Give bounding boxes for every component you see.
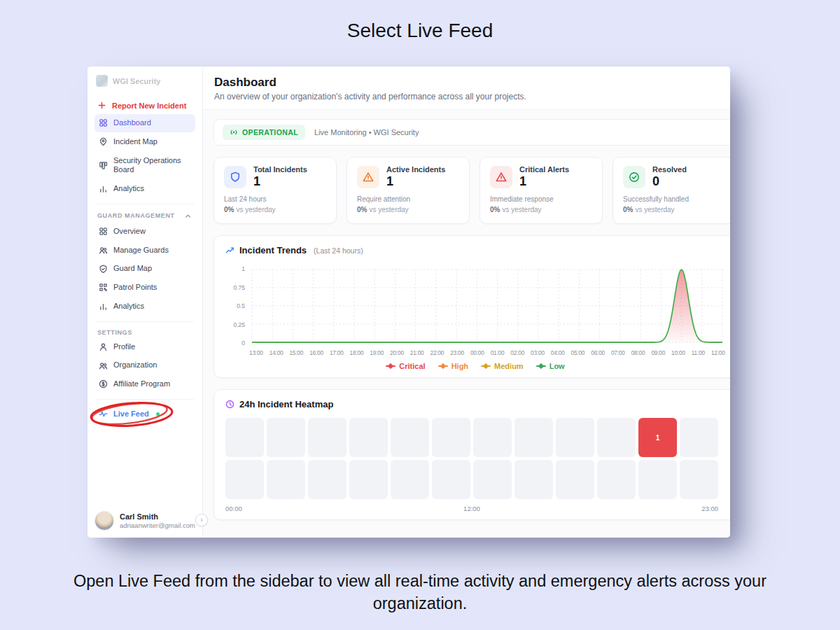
y-axis-tick: 0.25 [233, 321, 245, 328]
sidebar-item-label: Guard Map [113, 264, 152, 274]
divider [96, 321, 194, 322]
clock-icon [225, 400, 234, 409]
y-axis-tick: 0.5 [237, 302, 245, 309]
sidebar-item-security-operations-board[interactable]: Security Operations Board [94, 152, 195, 180]
report-new-incident-button[interactable]: Report New Incident [97, 101, 194, 110]
chevron-up-icon [183, 211, 192, 220]
legend-marker [536, 365, 546, 367]
heatmap-cell[interactable] [432, 418, 470, 457]
y-axis-tick: 0 [241, 340, 245, 346]
heatmap-cell[interactable] [308, 460, 346, 499]
logo-text: WGI Security [113, 77, 160, 85]
sidebar-collapse-button[interactable] [195, 514, 208, 526]
heatmap-cell[interactable] [597, 460, 636, 499]
logo-image [96, 75, 108, 87]
heatmap-cell[interactable] [638, 460, 677, 499]
broadcast-icon [230, 128, 238, 136]
stat-card-desc: Successfully handled [623, 195, 725, 203]
heatmap-cell[interactable] [432, 460, 470, 499]
sidebar-item-guard-map[interactable]: Guard Map [94, 260, 195, 278]
page-subtitle: An overview of your organization's activ… [214, 92, 718, 102]
heatmap-cell[interactable] [349, 460, 388, 499]
heatmap-cell[interactable] [514, 460, 553, 499]
x-axis-tick: 03:00 [531, 349, 545, 356]
divider [96, 204, 194, 204]
heatmap-cell[interactable] [473, 418, 512, 457]
heatmap-cell[interactable] [267, 418, 305, 457]
section-header-guard-management[interactable]: GUARD MANAGEMENT [97, 211, 192, 220]
panel-title-row: 24h Incident Heatmap [225, 399, 730, 410]
sidebar-item-patrol-points[interactable]: Patrol Points [94, 279, 195, 297]
sidebar-item-profile[interactable]: Profile [94, 338, 195, 356]
sidebar-item-label: Overview [113, 227, 146, 237]
sidebar-item-label: Profile [113, 342, 135, 352]
trend-chart-area: 10.750.50.250 [225, 262, 730, 348]
user-email: adriaanwriter@gmail.com [120, 522, 195, 529]
sidebar-item-analytics[interactable]: Analytics [94, 298, 195, 316]
heatmap-axis-label: 00:00 [225, 505, 242, 512]
user-profile[interactable]: Carl Smith adriaanwriter@gmail.com [94, 511, 195, 531]
heatmap-cell[interactable] [267, 460, 305, 499]
user-name: Carl Smith [120, 512, 195, 521]
heatmap-axis: 00:0012:0023:00 [225, 505, 718, 512]
avatar [94, 511, 114, 531]
heatmap-cell[interactable] [473, 460, 512, 499]
y-axis-tick: 1 [241, 265, 245, 272]
kanban-icon [99, 161, 108, 170]
section-label: SETTINGS [97, 329, 132, 336]
grid-icon [99, 227, 108, 236]
sidebar-item-overview[interactable]: Overview [94, 223, 195, 241]
heatmap-cell[interactable] [556, 460, 594, 499]
heatmap-cell[interactable]: 1 [638, 418, 677, 457]
trend-up-icon [225, 246, 234, 255]
x-axis-tick: 08:00 [631, 349, 645, 356]
heatmap-cell[interactable] [514, 418, 553, 457]
heatmap-cell[interactable] [556, 418, 594, 457]
heatmap-cell[interactable] [391, 460, 429, 499]
shield-box [224, 166, 246, 188]
activity-icon [99, 410, 108, 419]
x-axis-tick: 21:00 [410, 349, 424, 356]
stat-card-value: 1 [519, 174, 569, 189]
sidebar-item-label: Incident Map [113, 137, 158, 147]
sidebar-item-dashboard[interactable]: Dashboard [94, 114, 195, 132]
heatmap-cell[interactable] [597, 418, 636, 457]
sidebar-item-manage-guards[interactable]: Manage Guards [94, 241, 195, 260]
sidebar-item-affiliate-program[interactable]: Affiliate Program [94, 375, 195, 393]
stat-card-change: 0%vs yesterday [623, 206, 725, 214]
shield-icon [230, 172, 241, 183]
alert-triangle-box [357, 166, 379, 188]
legend-marker [386, 365, 396, 367]
heatmap-cell[interactable] [308, 418, 346, 457]
stat-card-change: 0%vs yesterday [224, 206, 326, 214]
grid-icon [99, 118, 108, 127]
live-status-dot [156, 412, 160, 416]
plus-icon [97, 101, 106, 110]
heatmap-cell[interactable] [391, 418, 429, 457]
heatmap-cell[interactable] [349, 418, 388, 457]
sidebar: WGI Security Report New Incident Dashboa… [88, 66, 203, 538]
x-axis: 13:0014:0015:0016:0017:0018:0019:0020:00… [249, 349, 725, 356]
status-badge: OPERATIONAL [223, 125, 305, 140]
heatmap-cell[interactable] [225, 418, 264, 457]
sidebar-item-organization[interactable]: Organization [94, 356, 195, 374]
legend-marker [481, 365, 491, 367]
heatmap-cell[interactable] [225, 460, 264, 499]
heatmap-cell[interactable] [680, 418, 718, 457]
section-header-settings: SETTINGS [97, 329, 192, 336]
sidebar-item-live-feed[interactable]: Live Feed [94, 405, 195, 424]
sidebar-item-label: Manage Guards [113, 246, 169, 255]
x-axis-tick: 23:00 [450, 349, 464, 356]
legend-marker [438, 365, 448, 367]
stat-card-critical-alerts: Critical Alerts1Immediate response0%vs y… [479, 157, 603, 224]
legend-label: High [451, 362, 468, 370]
stat-card-title: Total Incidents [253, 165, 307, 174]
tutorial-title: Select Live Feed [0, 20, 840, 42]
stat-card-resolved: Resolved0Successfully handled0%vs yester… [612, 157, 730, 224]
sidebar-item-analytics[interactable]: Analytics [94, 180, 195, 198]
stat-card-value: 0 [652, 174, 687, 189]
heatmap-cell[interactable] [680, 460, 718, 499]
person-icon [99, 342, 108, 351]
stat-card-text: Critical Alerts1 [519, 165, 569, 189]
sidebar-item-incident-map[interactable]: Incident Map [94, 133, 195, 151]
